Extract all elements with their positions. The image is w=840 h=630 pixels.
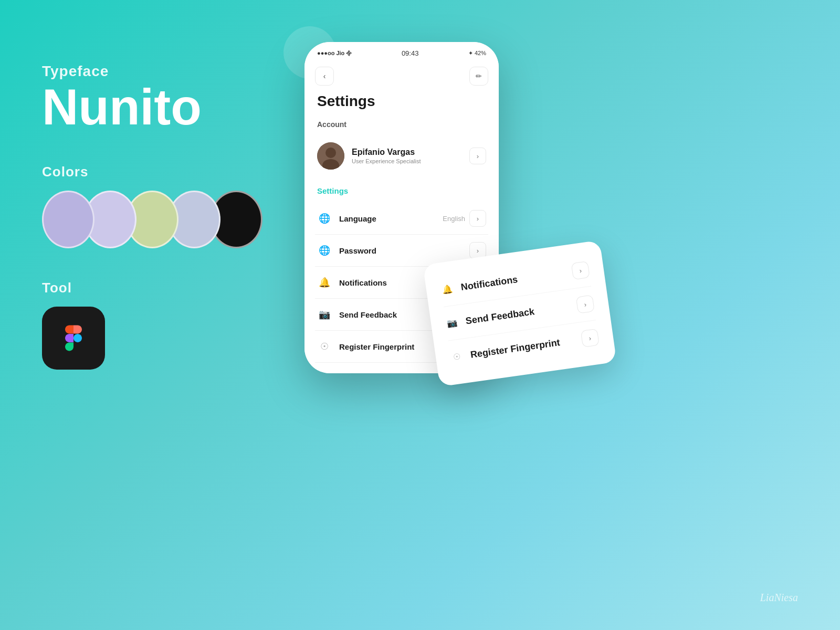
fingerprint-label: Register Fingerprint	[339, 342, 414, 351]
settings-item-language-left: 🌐 Language	[317, 211, 376, 226]
status-time: 09:43	[402, 49, 419, 57]
avatar	[317, 142, 344, 170]
svg-point-1	[326, 148, 336, 158]
settings-item-notifications-left: 🔔 Notifications	[317, 275, 387, 290]
tilted-item-fingerprint-left: ☉ Register Fingerprint	[450, 336, 561, 364]
account-role: User Experience Specialist	[352, 158, 421, 164]
account-section-title: Account	[315, 120, 488, 129]
settings-item-language[interactable]: 🌐 Language English ›	[315, 203, 488, 235]
settings-item-language-right: English ›	[443, 210, 486, 227]
tilted-feedback-chevron[interactable]: ›	[576, 295, 595, 313]
figma-icon	[42, 307, 105, 370]
tilted-item-notifications-left: 🔔 Notifications	[440, 273, 519, 296]
color-circle-1	[42, 191, 94, 248]
status-bar: ●●●oo Jio 令 09:43 ✦ 42%	[304, 42, 499, 61]
signature: LiaNiesa	[760, 592, 798, 604]
settings-item-fingerprint-left: ☉ Register Fingerprint	[317, 339, 414, 354]
tilted-notifications-label: Notifications	[460, 274, 519, 293]
colors-row	[42, 191, 262, 248]
settings-item-feedback-left: 📷 Send Feedback	[317, 307, 397, 322]
account-text: Epifanio Vargas User Experience Speciali…	[352, 148, 421, 164]
typeface-label: Typeface	[42, 63, 262, 80]
tilted-fingerprint-chevron[interactable]: ›	[581, 329, 600, 348]
status-battery: ✦ 42%	[468, 50, 486, 57]
page-title: Settings	[315, 93, 488, 110]
status-signal: ●●●oo Jio 令	[317, 49, 352, 57]
account-info: Epifanio Vargas User Experience Speciali…	[317, 142, 421, 170]
tilted-feedback-label: Send Feedback	[465, 306, 536, 327]
language-label: Language	[339, 214, 376, 223]
account-name: Epifanio Vargas	[352, 148, 421, 157]
typeface-name: Nunito	[42, 82, 262, 132]
language-icon: 🌐	[317, 211, 332, 226]
fingerprint-icon: ☉	[317, 339, 332, 354]
feedback-label: Send Feedback	[339, 310, 397, 319]
settings-section-title: Settings	[315, 186, 488, 195]
language-chevron[interactable]: ›	[469, 210, 486, 227]
phone-header: ‹ ✏	[304, 61, 499, 93]
notifications-icon: 🔔	[317, 275, 332, 290]
account-chevron[interactable]: ›	[469, 148, 486, 164]
tilted-item-feedback-left: 📷 Send Feedback	[445, 305, 536, 330]
notifications-label: Notifications	[339, 278, 387, 287]
feedback-icon: 📷	[317, 307, 332, 322]
tool-label: Tool	[42, 280, 262, 296]
tilted-feedback-icon: 📷	[445, 316, 459, 330]
tilted-notifications-chevron[interactable]: ›	[571, 261, 590, 280]
language-value: English	[443, 215, 465, 223]
colors-label: Colors	[42, 164, 262, 180]
settings-item-password-left: 🌐 Password	[317, 243, 376, 258]
tilted-notifications-icon: 🔔	[440, 282, 455, 296]
tilted-fingerprint-icon: ☉	[450, 350, 464, 364]
tilted-card: 🔔 Notifications › 📷 Send Feedback › ☉ Re…	[423, 240, 616, 386]
back-button[interactable]: ‹	[315, 67, 334, 86]
tilted-fingerprint-label: Register Fingerprint	[470, 337, 561, 361]
password-icon: 🌐	[317, 243, 332, 258]
edit-button[interactable]: ✏	[469, 67, 488, 86]
password-label: Password	[339, 246, 376, 255]
left-panel: Typeface Nunito Colors Tool	[42, 63, 262, 370]
account-card[interactable]: Epifanio Vargas User Experience Speciali…	[315, 136, 488, 176]
